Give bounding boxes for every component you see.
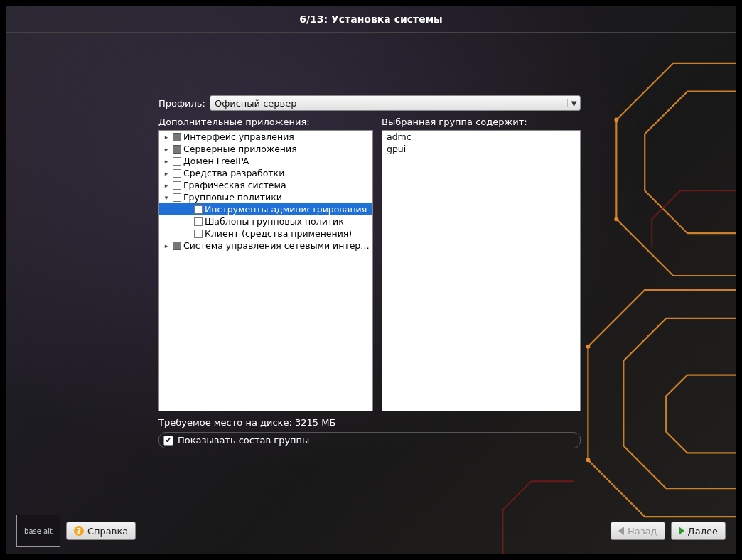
tree-item[interactable]: Шаблоны групповых политик — [159, 215, 372, 227]
tree-item-label: Групповые политики — [183, 192, 371, 203]
tree-checkbox[interactable] — [173, 145, 181, 154]
expander-closed-icon[interactable]: ▸ — [162, 242, 171, 249]
tree-item[interactable]: ▸Система управления сетевыми интер… — [159, 239, 372, 252]
checkbox-checked-icon: ✔ — [163, 436, 173, 446]
package-item[interactable]: gpui — [382, 143, 580, 155]
show-group-toggle-label: Показывать состав группы — [178, 435, 309, 446]
tree-checkbox[interactable] — [173, 169, 181, 178]
tree-item[interactable]: ▸Серверные приложения — [159, 143, 372, 155]
tree-checkbox[interactable] — [173, 133, 181, 141]
page-title: 6/13: Установка системы — [299, 14, 443, 25]
tree-item-label: Серверные приложения — [183, 144, 371, 154]
tree-item-label: Инструменты администрирования — [205, 204, 371, 215]
profile-combo[interactable]: Офисный сервер ▼ — [210, 95, 581, 111]
tree-item-label: Шаблоны групповых политик — [205, 216, 371, 227]
tree-item-label: Клиент (средства применения) — [205, 228, 371, 239]
tree-checkbox[interactable] — [194, 217, 203, 226]
additional-apps-label: Дополнительные приложения: — [158, 117, 373, 127]
profile-row: Профиль: Офисный сервер ▼ — [158, 95, 581, 111]
tree-item[interactable]: ▾Групповые политики — [159, 191, 372, 203]
back-button[interactable]: Назад — [611, 522, 665, 540]
arrow-right-icon — [679, 527, 684, 535]
next-button-label: Далее — [688, 526, 718, 537]
tree-item[interactable]: Инструменты администрирования — [159, 203, 372, 215]
tree-item-label: Система управления сетевыми интер… — [183, 240, 371, 251]
tree-checkbox[interactable] — [173, 193, 181, 202]
package-item[interactable]: admc — [382, 131, 580, 143]
expander-closed-icon[interactable]: ▸ — [162, 182, 171, 189]
expander-closed-icon[interactable]: ▸ — [162, 146, 171, 153]
help-icon: ? — [74, 526, 84, 536]
tree-item[interactable]: Клиент (средства применения) — [159, 227, 372, 239]
show-group-toggle[interactable]: ✔ Показывать состав группы — [158, 432, 581, 448]
basealt-logo: base alt — [16, 515, 60, 547]
apps-tree[interactable]: ▸Интерфейс управления▸Серверные приложен… — [158, 130, 373, 411]
chevron-down-icon: ▼ — [567, 99, 577, 107]
help-button-label: Справка — [87, 526, 128, 537]
group-contents-label: Выбранная группа содержит: — [382, 117, 581, 127]
profile-label: Профиль: — [158, 98, 205, 109]
group-contents-list[interactable]: admcgpui — [382, 130, 581, 411]
help-button[interactable]: ? Справка — [66, 522, 136, 540]
profile-combo-value: Офисный сервер — [215, 98, 567, 109]
tree-checkbox[interactable] — [194, 205, 203, 214]
next-button[interactable]: Далее — [671, 522, 726, 540]
tree-item-label: Интерфейс управления — [183, 131, 371, 142]
expander-closed-icon[interactable]: ▸ — [162, 170, 171, 177]
tree-item[interactable]: ▸Интерфейс управления — [159, 131, 372, 143]
tree-item[interactable]: ▸Средства разработки — [159, 167, 372, 179]
tree-checkbox[interactable] — [173, 157, 181, 166]
arrow-left-icon — [618, 527, 624, 535]
back-button-label: Назад — [628, 526, 657, 537]
tree-checkbox[interactable] — [173, 242, 181, 250]
tree-item-label: Графическая система — [183, 180, 371, 190]
tree-checkbox[interactable] — [173, 181, 181, 190]
expander-closed-icon[interactable]: ▸ — [162, 158, 171, 165]
tree-checkbox[interactable] — [194, 230, 203, 238]
tree-item-label: Домен FreeIPA — [183, 156, 371, 166]
tree-item[interactable]: ▸Графическая система — [159, 179, 372, 191]
expander-closed-icon[interactable]: ▸ — [162, 134, 171, 141]
tree-item-label: Средства разработки — [183, 168, 371, 178]
tree-item[interactable]: ▸Домен FreeIPA — [159, 155, 372, 167]
disk-space-text: Требуемое место на диске: 3215 МБ — [158, 417, 581, 428]
expander-open-icon[interactable]: ▾ — [162, 194, 171, 201]
